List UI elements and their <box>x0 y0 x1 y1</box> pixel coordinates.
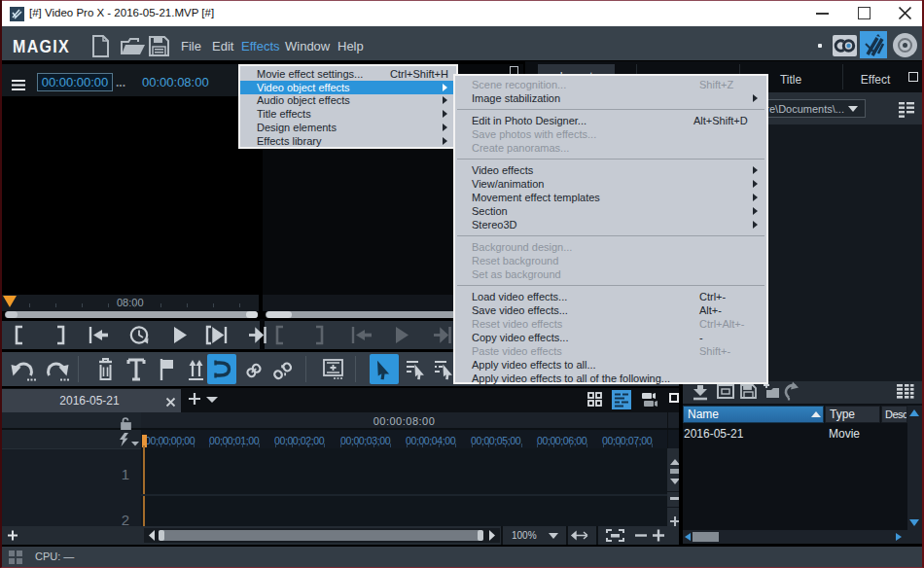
svg-text:100%: 100% <box>512 530 537 541</box>
